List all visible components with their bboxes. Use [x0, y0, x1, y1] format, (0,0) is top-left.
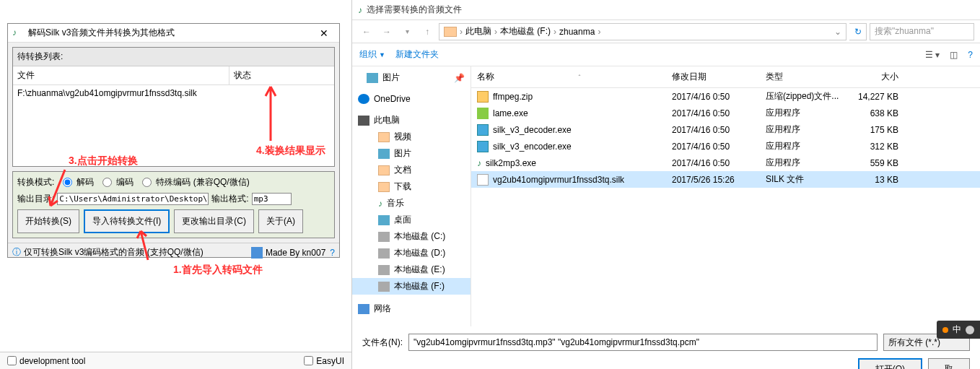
file-row[interactable]: silk_v3_decoder.exe2017/4/16 0:50应用程序175…	[471, 121, 980, 138]
footer-info-text: 仅可转换Silk v3编码格式的音频 (支持QQ/微信)	[24, 246, 204, 259]
dialog-buttons: 打开(O) 取	[352, 358, 980, 369]
file-date: 2017/4/16 0:50	[666, 139, 760, 154]
out-dir-label: 输出目录:	[17, 193, 54, 205]
annotation-1: 1.首先导入转码文件	[173, 264, 263, 277]
ime-moon-icon	[966, 326, 974, 334]
sidebar-docs[interactable]: 文档	[352, 162, 471, 178]
col-status-header: 状态	[229, 66, 334, 84]
devtool-checkbox[interactable]	[7, 356, 17, 365]
sidebar-desktop[interactable]: 桌面	[352, 212, 471, 228]
breadcrumb-disk[interactable]: 本地磁盘 (F:)	[500, 25, 551, 38]
author-avatar-icon	[251, 247, 263, 259]
change-outdir-button[interactable]: 更改输出目录(C)	[174, 209, 254, 233]
filename-label: 文件名(N):	[362, 337, 403, 349]
sidebar-downloads[interactable]: 下载	[352, 178, 471, 195]
sort-asc-icon: ˆ	[579, 74, 581, 81]
cancel-button[interactable]: 取	[928, 358, 970, 369]
sidebar-onedrive[interactable]: OneDrive	[352, 92, 471, 106]
disk-icon	[378, 265, 390, 275]
sidebar-diskd[interactable]: 本地磁盘 (D:)	[352, 245, 471, 261]
header-size[interactable]: 大小	[846, 66, 904, 87]
queue-list: 待转换列表: 文件 状态 F:\zhuanma\vg2ub41omgipvrmu…	[12, 47, 335, 167]
radio-special[interactable]	[142, 178, 152, 187]
queue-header-label: 待转换列表:	[13, 48, 334, 66]
controls-panel: 转换模式: 解码 编码 特殊编码 (兼容QQ/微信) 输出目录: 输出格式: 开…	[12, 171, 335, 238]
file-list-header: 名称ˆ 修改日期 类型 大小	[471, 66, 980, 88]
sidebar-pics[interactable]: 图片	[352, 145, 471, 162]
help-icon[interactable]: ?	[330, 248, 335, 258]
silk-window-title: 解码Silk v3音频文件并转换为其他格式	[28, 27, 313, 39]
file-type-icon	[477, 124, 489, 136]
new-folder-button[interactable]: 新建文件夹	[395, 48, 439, 61]
file-name: vg2ub41omgipvrmur1fnssd3tq.silk	[493, 175, 624, 185]
info-icon: ⓘ	[12, 246, 21, 259]
refresh-icon[interactable]: ↻	[849, 23, 867, 40]
file-row[interactable]: silk_v3_encoder.exe2017/4/16 0:50应用程序312…	[471, 138, 980, 155]
ime-indicator[interactable]: 中	[937, 321, 980, 339]
sidebar-music[interactable]: ♪音乐	[352, 195, 471, 212]
file-row[interactable]: lame.exe2017/4/16 0:50应用程序638 KB	[471, 105, 980, 121]
about-button[interactable]: 关于(A)	[258, 209, 303, 233]
queue-file-path: F:\zhuanma\vg2ub41omgipvrmur1fnssd3tq.si…	[13, 85, 229, 101]
dialog-title: 选择需要转换的音频文件	[367, 4, 462, 16]
help-icon[interactable]: ?	[968, 50, 973, 60]
header-date[interactable]: 修改日期	[666, 66, 760, 87]
file-date: 2017/4/16 0:50	[666, 90, 760, 104]
import-files-button[interactable]: 导入待转换文件(I)	[84, 209, 170, 233]
sidebar-network[interactable]: 网络	[352, 300, 471, 317]
view-mode-icon[interactable]: ☰ ▾	[925, 50, 940, 60]
nav-back-icon[interactable]: ←	[358, 23, 375, 40]
preview-pane-icon[interactable]: ◫	[950, 50, 958, 60]
file-date: 2017/5/26 15:26	[666, 173, 760, 187]
close-icon[interactable]: ✕	[313, 27, 335, 39]
file-date: 2017/4/16 0:50	[666, 106, 760, 121]
pictures-icon	[378, 149, 390, 159]
organize-menu[interactable]: 组织 ▼	[359, 48, 385, 61]
file-name: silk_v3_encoder.exe	[493, 142, 572, 152]
sidebar-thispc[interactable]: 此电脑	[352, 112, 471, 129]
silk-footer: ⓘ 仅可转换Silk v3编码格式的音频 (支持QQ/微信) Made By k…	[8, 243, 339, 261]
nav-up-icon[interactable]: ↑	[419, 23, 436, 40]
breadcrumb-dropdown-icon[interactable]: ⌄	[834, 27, 841, 37]
file-type: 应用程序	[760, 105, 846, 121]
file-size: 13 KB	[846, 173, 904, 187]
start-convert-button[interactable]: 开始转换(S)	[17, 209, 79, 233]
breadcrumb-pc[interactable]: 此电脑	[465, 25, 491, 38]
filename-input[interactable]	[408, 334, 878, 351]
breadcrumb[interactable]: › 此电脑 › 本地磁盘 (F:) › zhuanma › ⌄	[439, 23, 846, 40]
disk-icon	[378, 232, 390, 242]
out-dir-input[interactable]	[57, 193, 209, 205]
breadcrumb-folder[interactable]: zhuanma	[559, 27, 595, 37]
file-row[interactable]: ffmpeg.zip2017/4/16 0:50压缩(zipped)文件...1…	[471, 88, 980, 105]
col-file-header: 文件	[13, 66, 229, 84]
disk-icon	[378, 282, 390, 292]
header-name[interactable]: 名称ˆ	[471, 66, 666, 87]
sidebar-video[interactable]: 视频	[352, 129, 471, 145]
search-placeholder: 搜索"zhuanma"	[875, 25, 934, 38]
silk-titlebar: ♪ 解码Silk v3音频文件并转换为其他格式 ✕	[8, 24, 339, 43]
file-row[interactable]: ♪silk2mp3.exe2017/4/16 0:50应用程序559 KB	[471, 155, 980, 171]
footer-author-text: Made By kn007	[266, 248, 325, 258]
pc-icon	[358, 116, 369, 126]
radio-encode[interactable]	[102, 178, 112, 187]
file-row[interactable]: vg2ub41omgipvrmur1fnssd3tq.silk2017/5/26…	[471, 171, 980, 188]
documents-icon	[378, 165, 390, 175]
sidebar-diskf[interactable]: 本地磁盘 (F:)	[352, 278, 471, 295]
file-date: 2017/4/16 0:50	[666, 156, 760, 170]
file-size: 14,227 KB	[846, 90, 904, 104]
header-type[interactable]: 类型	[760, 66, 846, 87]
queue-row[interactable]: F:\zhuanma\vg2ub41omgipvrmur1fnssd3tq.si…	[13, 85, 334, 101]
sidebar-diskc[interactable]: 本地磁盘 (C:)	[352, 228, 471, 245]
out-fmt-input[interactable]	[252, 193, 292, 205]
file-type: 应用程序	[760, 138, 846, 155]
pin-icon: 📌	[454, 73, 465, 83]
easyui-checkbox[interactable]	[304, 356, 313, 365]
sidebar-pictures[interactable]: 图片📌	[352, 69, 471, 86]
sidebar-diske[interactable]: 本地磁盘 (E:)	[352, 261, 471, 278]
search-input[interactable]: 搜索"zhuanma"	[870, 23, 974, 40]
radio-decode[interactable]	[63, 178, 72, 187]
nav-forward-icon[interactable]: →	[378, 23, 395, 40]
queue-columns: 文件 状态	[13, 66, 334, 85]
nav-history-icon[interactable]: ▾	[398, 23, 416, 40]
open-button[interactable]: 打开(O)	[858, 358, 922, 369]
